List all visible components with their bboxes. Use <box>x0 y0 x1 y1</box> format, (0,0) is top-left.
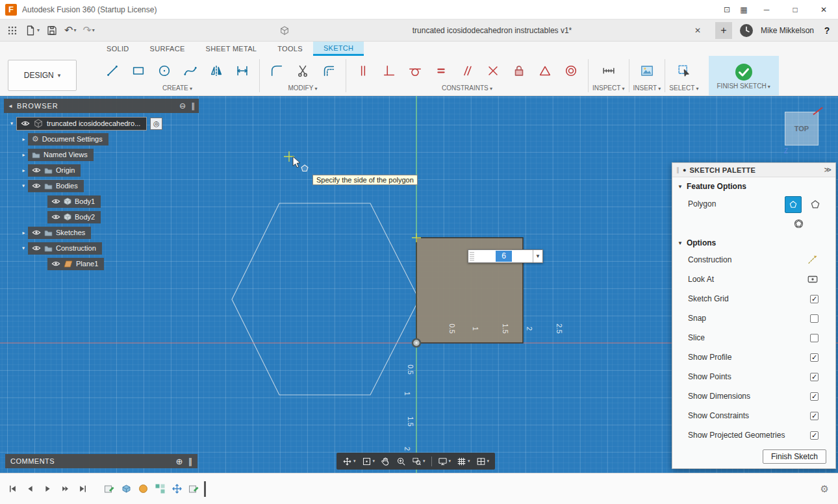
grid-settings-button[interactable]: ▾ <box>455 454 472 468</box>
browser-item-origin[interactable]: Origin <box>28 164 81 177</box>
eye-icon[interactable] <box>51 198 60 205</box>
midpoint-constraint-button[interactable] <box>532 58 558 83</box>
fix-constraint-button[interactable] <box>506 58 532 83</box>
maximize-button[interactable]: □ <box>781 0 809 19</box>
fillet-tool-button[interactable] <box>264 58 290 83</box>
timeline-sketch-feature-2[interactable] <box>187 482 201 496</box>
look-at-button[interactable] <box>807 273 819 285</box>
apps-status-icon[interactable]: ▦ <box>735 5 752 14</box>
equal-constraint-button[interactable] <box>428 58 454 83</box>
palette-finish-sketch-button[interactable]: Finish Sketch <box>763 449 826 464</box>
browser-item-body1[interactable]: Body1 <box>47 195 101 208</box>
symmetry-constraint-button[interactable] <box>480 58 506 83</box>
browser-item-truncated-icosidodecahedro[interactable]: truncated icosidodecahedro... <box>16 117 147 131</box>
spinbox-grip[interactable] <box>470 252 474 260</box>
timeline-form-feature[interactable] <box>136 482 150 496</box>
new-document-tab-button[interactable]: + <box>715 22 732 39</box>
mirror-tool-button[interactable] <box>203 58 229 83</box>
browser-item-body2[interactable]: Body2 <box>47 211 101 223</box>
browser-grip-icon[interactable]: ∥ <box>191 101 195 110</box>
skip-end-button[interactable] <box>75 482 90 496</box>
spinbox-dropdown-icon[interactable]: ▼ <box>533 250 542 262</box>
polygon-edge-button[interactable] <box>807 196 824 213</box>
eye-icon[interactable] <box>32 245 41 251</box>
timeline-box-feature[interactable] <box>120 482 133 496</box>
browser-item-plane1[interactable]: Plane1 <box>47 258 104 270</box>
dimension-tool-button[interactable] <box>229 58 255 83</box>
select-group-label[interactable]: SELECT <box>669 84 698 92</box>
insert-group-label[interactable]: INSERT <box>633 84 661 92</box>
job-status-icon[interactable]: ⊡ <box>718 5 735 14</box>
eye-icon[interactable] <box>51 260 60 267</box>
eye-icon[interactable] <box>32 229 41 236</box>
show-points-checkbox[interactable]: ✓ <box>810 373 819 381</box>
browser-item-bodies[interactable]: Bodies <box>28 180 84 192</box>
browser-item-sketches[interactable]: Sketches <box>28 227 91 239</box>
design-dropdown[interactable]: DESIGN <box>8 60 77 91</box>
user-name[interactable]: Mike Mikkelson <box>761 26 814 35</box>
play-button[interactable] <box>40 482 55 496</box>
show-constraints-checkbox[interactable]: ✓ <box>810 412 819 420</box>
insert-image-button[interactable] <box>634 58 660 83</box>
browser-collapse-icon[interactable]: ◄ <box>8 103 13 109</box>
step-forward-button[interactable] <box>58 482 72 496</box>
app-grid-button[interactable] <box>4 21 21 40</box>
tree-expanded-arrow-icon[interactable]: ▸ <box>21 244 27 253</box>
palette-expand-icon[interactable]: ≫ <box>824 166 832 174</box>
timeline-pattern-feature[interactable] <box>153 482 167 496</box>
tree-expanded-arrow-icon[interactable]: ▸ <box>21 182 27 190</box>
tree-collapsed-arrow-icon[interactable]: ▸ <box>19 136 28 142</box>
browser-item-document-settings[interactable]: ⚙Document Settings <box>28 133 108 145</box>
browser-header[interactable]: ◄ BROWSER ⊖ ∥ <box>4 99 199 113</box>
close-button[interactable]: ✕ <box>809 0 838 19</box>
inspect-group-label[interactable]: INSPECT <box>592 84 625 92</box>
viewports-button[interactable]: ▾ <box>474 454 492 468</box>
polygon-sides-value[interactable]: 6 <box>496 251 512 262</box>
viewport-canvas[interactable]: 0.511.522.50.511.52 Specify the side of … <box>0 96 838 473</box>
eye-icon[interactable] <box>32 183 41 189</box>
timeline-sketch-feature[interactable] <box>103 482 116 496</box>
spline-tool-button[interactable] <box>177 58 203 83</box>
browser-item-named-views[interactable]: Named Views <box>28 149 94 161</box>
view-cube-face-label[interactable]: TOP <box>794 125 809 132</box>
constraints-group-label[interactable]: CONSTRAINTS <box>350 84 584 92</box>
polygon-active-button[interactable] <box>785 196 802 213</box>
help-icon[interactable]: ? <box>821 25 833 36</box>
concentric-constraint-button[interactable] <box>558 58 584 83</box>
vertical-constraint-button[interactable] <box>350 58 376 83</box>
feature-options-header[interactable]: ▼ Feature Options <box>672 177 835 194</box>
tab-tools[interactable]: TOOLS <box>267 42 313 56</box>
timeline-position-marker[interactable] <box>204 481 206 497</box>
skip-start-button[interactable] <box>5 482 19 496</box>
save-button[interactable] <box>44 21 60 40</box>
rectangle-tool-button[interactable] <box>125 58 151 83</box>
create-group-label[interactable]: CREATE <box>99 84 255 92</box>
options-header[interactable]: ▼ Options <box>672 234 835 250</box>
finish-sketch-button[interactable]: FINISH SKETCH <box>709 56 779 95</box>
eye-icon[interactable] <box>51 214 60 220</box>
tab-surface[interactable]: SURFACE <box>140 42 196 56</box>
tab-sketch[interactable]: SKETCH <box>313 42 364 56</box>
select-tool-button[interactable] <box>671 58 697 83</box>
minimize-button[interactable]: ─ <box>752 0 781 19</box>
tangent-constraint-button[interactable] <box>402 58 428 83</box>
palette-grip-icon[interactable]: ∥ <box>676 166 679 173</box>
browser-minus-icon[interactable]: ⊖ <box>179 101 186 110</box>
circle-tool-button[interactable] <box>151 58 177 83</box>
snap-checkbox[interactable] <box>810 314 819 323</box>
sketch-palette-header[interactable]: ∥ ● SKETCH PALETTE ≫ <box>672 163 835 177</box>
timeline-move-feature[interactable] <box>170 482 184 496</box>
timeline-settings-gear-icon[interactable]: ⚙ <box>820 483 829 495</box>
recent-activity-clock-icon[interactable] <box>739 23 754 38</box>
document-close-icon[interactable]: ✕ <box>691 26 705 35</box>
sketch-grid-checkbox[interactable]: ✓ <box>810 295 819 303</box>
activate-component-button[interactable]: ◎ <box>150 118 162 130</box>
measure-tool-button[interactable] <box>596 58 622 83</box>
polygon-circumscribed-button[interactable] <box>790 215 807 232</box>
undo-button[interactable]: ↶▾ <box>62 21 79 40</box>
offset-tool-button[interactable] <box>316 58 342 83</box>
show-dimensions-checkbox[interactable]: ✓ <box>810 392 819 401</box>
display-settings-button[interactable]: ▾ <box>436 454 453 468</box>
step-back-button[interactable] <box>23 482 37 496</box>
file-menu-button[interactable]: ▾ <box>22 21 42 40</box>
